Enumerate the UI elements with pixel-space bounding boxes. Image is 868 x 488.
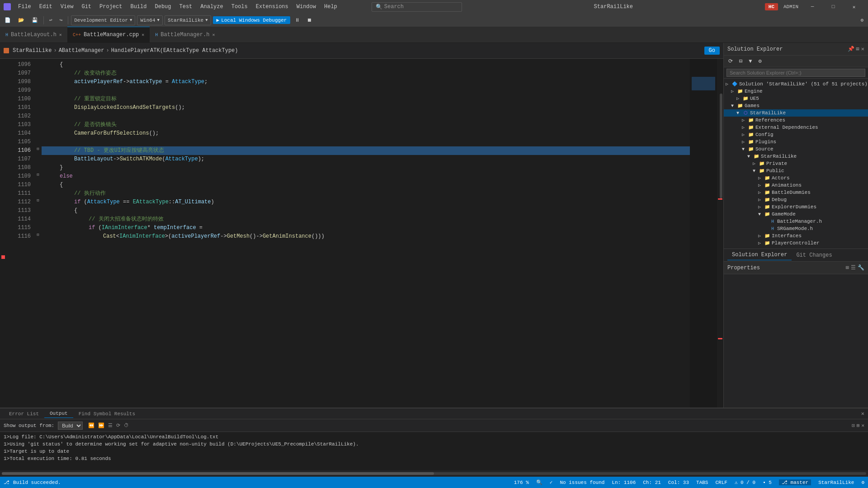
props-btn-2[interactable]: ☰ xyxy=(851,264,856,271)
status-eng-icon: ⚙ xyxy=(861,479,864,485)
tree-plugins[interactable]: ▷ 📁 Plugins xyxy=(724,138,868,145)
output-btn-3[interactable]: ☰ xyxy=(108,422,113,428)
tree-ue5[interactable]: ▷ 📁 UE5 xyxy=(724,95,868,102)
run-button[interactable]: ▶ Local Windows Debugger xyxy=(213,16,291,24)
toolbar-save[interactable]: 💾 xyxy=(29,16,41,24)
menu-test[interactable]: Test xyxy=(176,3,196,11)
go-button[interactable]: Go xyxy=(704,47,720,55)
menu-view[interactable]: View xyxy=(57,3,77,11)
btab-output[interactable]: Output xyxy=(44,409,73,418)
tree-interfaces[interactable]: ▷ 📁 Interfaces xyxy=(724,232,868,239)
tree-battlemanager-h[interactable]: H BattleManager.h xyxy=(724,218,868,225)
menu-help[interactable]: Help xyxy=(321,3,341,11)
spaces-label: ▪ 5 xyxy=(763,480,772,485)
menu-project[interactable]: Project xyxy=(96,3,126,11)
menu-build[interactable]: Build xyxy=(127,3,150,11)
tab-battlemanager-h[interactable]: H BattleManager.h ✕ xyxy=(150,27,220,42)
tree-animations[interactable]: ▷ 📁 Animations xyxy=(724,182,868,189)
menu-edit[interactable]: Edit xyxy=(36,3,56,11)
tab-battlelayout[interactable]: H BattleLayout.h ✕ xyxy=(0,27,67,42)
config-dropdown[interactable]: Development Editor ▼ xyxy=(71,15,135,25)
solution-item[interactable]: ▷ 🔷 Solution 'StarRailLike' (51 of 51 pr… xyxy=(724,80,868,88)
code-content[interactable]: { // 改变动作姿态 activePlayerRef->attackType … xyxy=(42,59,690,408)
tree-gamemode[interactable]: ▼ 📁 GameMode xyxy=(724,211,868,218)
minimize-button[interactable]: ─ xyxy=(802,0,823,14)
editor-header: StarRailLike › ABattleManager › HandlePl… xyxy=(0,43,723,59)
output-btn-1[interactable]: ⏪ xyxy=(88,422,94,428)
btab-find[interactable]: Find Symbol Results xyxy=(73,410,141,418)
se-settings-btn[interactable]: ⚙ xyxy=(755,57,764,66)
toolbar-pause[interactable]: ⏸ xyxy=(292,16,302,24)
menu-analyze[interactable]: Analyze xyxy=(197,3,226,11)
menu-file[interactable]: File xyxy=(14,3,35,11)
tree-source[interactable]: ▼ 📁 Source xyxy=(724,145,868,153)
project-dropdown[interactable]: StarRailLike ▼ xyxy=(165,15,211,25)
props-btn-1[interactable]: ⊞ xyxy=(846,264,849,271)
tree-explorerdummies[interactable]: ▷ 📁 ExplorerDummies xyxy=(724,203,868,211)
toolbar-new[interactable]: 📄 xyxy=(2,16,14,24)
title-search-label[interactable]: Search xyxy=(384,4,404,10)
menu-extensions[interactable]: Extensions xyxy=(252,3,292,11)
tree-config[interactable]: ▷ 📁 Config xyxy=(724,131,868,138)
output-scrollbar[interactable] xyxy=(0,470,868,477)
tree-public[interactable]: ▼ 📁 Public xyxy=(724,167,868,174)
bottom-tabs: Error List Output Find Symbol Results ✕ xyxy=(0,408,868,419)
toolbar-undo[interactable]: ↩ xyxy=(47,16,55,24)
solution-explorer-tab[interactable]: Solution Explorer xyxy=(727,250,792,260)
menu-tools[interactable]: Tools xyxy=(228,3,251,11)
toolbar-open[interactable]: 📂 xyxy=(15,16,27,24)
close-button[interactable]: ✕ xyxy=(844,0,864,14)
props-btn-3[interactable]: 🔧 xyxy=(858,264,864,271)
tab-battlemanager-cpp[interactable]: C++ BattleManager.cpp ✕ xyxy=(67,27,150,42)
platform-dropdown[interactable]: Win64 ▼ xyxy=(137,15,162,25)
editor[interactable]: StarRailLike › ABattleManager › HandlePl… xyxy=(0,43,723,408)
tree-debug[interactable]: ▷ 📁 Debug xyxy=(724,196,868,203)
toolbar-misc-1[interactable]: ⚙ xyxy=(858,16,866,24)
tree-starraillike-folder[interactable]: ▼ 📁 StarRailLike xyxy=(724,153,868,160)
se-collapse-btn[interactable]: ⊟ xyxy=(736,57,745,66)
se-search-input[interactable] xyxy=(726,69,865,77)
menu-git[interactable]: Git xyxy=(78,3,95,11)
toolbar-redo[interactable]: ↪ xyxy=(57,16,66,24)
menu-bar: File Edit View Git Project Build Debug T… xyxy=(14,3,341,11)
btab-errors[interactable]: Error List xyxy=(4,410,44,418)
se-close-icon[interactable]: ✕ xyxy=(861,46,864,52)
git-changes-tab[interactable]: Git Changes xyxy=(792,250,836,260)
close-tab-battlemanager-h[interactable]: ✕ xyxy=(212,32,215,38)
code-area[interactable]: 1096 1097 1098 1099 1100 1101 1102 1103 … xyxy=(0,59,723,408)
code-line: // 重置锁定目标 xyxy=(42,95,690,103)
editor-scrollbar[interactable] xyxy=(717,59,723,408)
menu-window[interactable]: Window xyxy=(293,3,320,11)
scroll-thumb[interactable] xyxy=(720,94,722,198)
output-btn-2[interactable]: ⏩ xyxy=(98,422,104,428)
properties-tabs: Solution Explorer Git Changes xyxy=(723,249,868,261)
tree-starraillike-project[interactable]: ▼ ⬡ StarRailLike xyxy=(724,109,868,117)
output-btn-4[interactable]: ⟳ xyxy=(116,422,120,428)
output-expand-btn[interactable]: ⊞ xyxy=(857,422,860,428)
code-line: { xyxy=(42,206,690,215)
tree-engine[interactable]: ▷ 📁 Engine xyxy=(724,88,868,95)
tree-private[interactable]: ▷ 📁 Private xyxy=(724,160,868,167)
close-tab-battlelayout[interactable]: ✕ xyxy=(59,32,62,38)
se-expand-icon[interactable]: ⊞ xyxy=(856,46,859,52)
tree-ext-deps[interactable]: ▷ 📁 External Dependencies xyxy=(724,124,868,131)
se-sync-btn[interactable]: ⟳ xyxy=(726,57,736,66)
output-dock-btn[interactable]: ⊡ xyxy=(852,422,855,428)
output-close-btn[interactable]: ✕ xyxy=(861,410,864,417)
tree-references[interactable]: ▷ 📁 References xyxy=(724,117,868,124)
tree-playercontroller[interactable]: ▷ 📁 PlayerController xyxy=(724,239,868,247)
toolbar-stop[interactable]: ⏹ xyxy=(304,16,315,24)
tree-games[interactable]: ▼ 📁 Games xyxy=(724,102,868,109)
maximize-button[interactable]: □ xyxy=(823,0,844,14)
close-tab-battlemanager-cpp[interactable]: ✕ xyxy=(142,32,144,38)
output-source-select[interactable]: Build xyxy=(58,422,83,430)
se-pin-icon[interactable]: 📌 xyxy=(848,46,854,52)
tree-actors[interactable]: ▷ 📁 Actors xyxy=(724,174,868,182)
menu-debug[interactable]: Debug xyxy=(151,3,175,11)
tree-srgamemode-h[interactable]: H SRGameMode.h xyxy=(724,225,868,232)
tree-battledummies[interactable]: ▷ 📁 BattleDummies xyxy=(724,189,868,196)
output-btn-5[interactable]: ⏱ xyxy=(124,422,129,428)
build-status: Build succeeded. xyxy=(13,480,61,485)
output-close-btn-2[interactable]: ✕ xyxy=(861,422,864,428)
se-filter-btn[interactable]: ▼ xyxy=(746,57,755,66)
